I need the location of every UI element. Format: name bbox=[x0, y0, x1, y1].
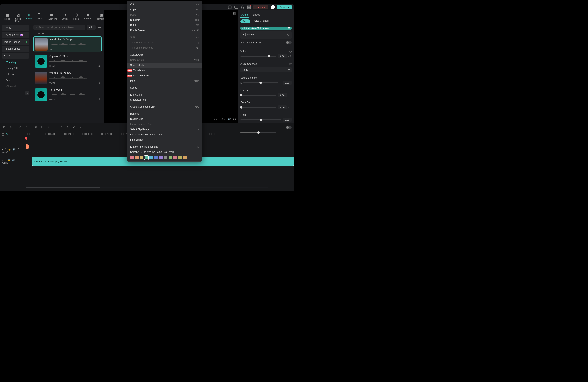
lock-icon[interactable]: 🔒 bbox=[8, 148, 11, 151]
track-item[interactable]: Introduction Of Shoppi… ▁▂▃▅▃▂▁▂▅▇▅▃▂▁▂▃… bbox=[33, 36, 102, 52]
link-icon[interactable]: ⧉ bbox=[6, 133, 8, 136]
tab-media[interactable]: ▦Media bbox=[2, 12, 12, 23]
more-button[interactable]: ••• bbox=[97, 26, 102, 29]
tab-effects[interactable]: ✦Effects bbox=[60, 12, 70, 23]
menu-ai-translation[interactable]: NEWAI Translation bbox=[127, 68, 202, 73]
menu-duplicate[interactable]: Duplicate⌘D bbox=[127, 17, 202, 22]
menu-speech-to-text[interactable]: Speech-to-Text bbox=[127, 62, 202, 68]
color-swatch[interactable] bbox=[130, 156, 134, 159]
keyframe-icon[interactable] bbox=[289, 50, 292, 53]
help-icon[interactable]: ⓘ bbox=[289, 62, 292, 66]
color-swatch[interactable] bbox=[173, 156, 177, 159]
color-swatch[interactable] bbox=[140, 156, 143, 159]
fadein-slider[interactable] bbox=[240, 95, 276, 96]
menu-find-similar[interactable]: Find Similar bbox=[127, 137, 202, 142]
download-icon[interactable]: ⬇ bbox=[98, 98, 100, 101]
auto-norm-toggle[interactable] bbox=[286, 41, 292, 44]
color-swatch[interactable] bbox=[178, 156, 182, 159]
layout-icon[interactable] bbox=[221, 5, 225, 9]
cursor-tool-icon[interactable]: ✎ bbox=[9, 125, 12, 129]
inspector-tab-audio[interactable]: Audio bbox=[240, 12, 249, 18]
handle-icon[interactable] bbox=[288, 27, 290, 29]
sidebar-ai-music[interactable]: ▸AI MusicⓘAI bbox=[1, 32, 29, 38]
volume-value[interactable]: 0.00 bbox=[278, 54, 287, 58]
mute-icon[interactable]: 🔊 bbox=[12, 159, 15, 161]
ducking-toggle[interactable] bbox=[286, 126, 292, 129]
sidebar-sub-happy[interactable]: Happy & U… bbox=[1, 65, 29, 71]
subtab-voice-changer[interactable]: Voice Changer bbox=[253, 19, 269, 23]
menu-effect-filter[interactable]: Effect&Filter▸ bbox=[127, 92, 202, 97]
sidebar-sound-effect[interactable]: ▸Sound Effect bbox=[1, 46, 29, 52]
undo-icon[interactable]: ↶ bbox=[18, 125, 22, 129]
list-view-icon[interactable]: ☰ bbox=[282, 125, 285, 129]
sidebar-sub-hiphop[interactable]: Hip Hop bbox=[1, 71, 29, 77]
menu-rename[interactable]: Rename bbox=[127, 111, 202, 116]
balance-value[interactable]: 0.00 bbox=[283, 81, 292, 85]
pitch-slider[interactable] bbox=[240, 119, 281, 120]
sidebar-tts[interactable]: Text To Speech bbox=[1, 39, 29, 45]
grid-icon[interactable] bbox=[247, 5, 251, 9]
keyframe-icon[interactable] bbox=[287, 33, 290, 36]
lock-icon[interactable]: 🔒 bbox=[7, 159, 10, 161]
tab-filters[interactable]: ⬡Filters bbox=[71, 12, 81, 23]
channels-select[interactable]: None▾ bbox=[240, 67, 292, 72]
track-item[interactable]: ♪ Hello World ▁▂▃▅▃▂▁▂▅▇▅▃▂▁▂▃▅▃▂▁▂▅▇▅▃▂… bbox=[33, 87, 102, 102]
speed-icon[interactable]: ⟳ bbox=[66, 125, 70, 129]
color-swatch[interactable] bbox=[159, 156, 163, 159]
filter-dropdown[interactable]: All▾ bbox=[87, 25, 96, 30]
track-item[interactable]: ♪ Asphyxia-AI Music ▁▂▃▅▃▂▁▂▅▇▅▃▂▁▂▃▅▃▂▁… bbox=[33, 54, 102, 69]
balance-slider[interactable] bbox=[243, 82, 278, 83]
more-tools-icon[interactable]: » bbox=[79, 125, 83, 129]
mute-icon[interactable]: 🔊 bbox=[13, 148, 16, 151]
text-tool-icon[interactable]: T bbox=[53, 125, 57, 129]
color-swatch[interactable] bbox=[164, 156, 168, 159]
menu-disable-clip[interactable]: Disable ClipE bbox=[127, 116, 202, 122]
fadein-value[interactable]: 0.00 bbox=[278, 93, 287, 97]
audio-edit-icon[interactable]: ♪ bbox=[47, 125, 50, 129]
menu-locate[interactable]: Locate in the Resource Panel bbox=[127, 132, 202, 137]
menu-ai-vocal[interactable]: NEWAI Vocal Remover bbox=[127, 73, 202, 78]
fadeout-slider[interactable] bbox=[240, 107, 276, 108]
tab-audio[interactable]: ♫Audio bbox=[24, 12, 34, 23]
tab-stickers[interactable]: ☻Stickers bbox=[82, 12, 94, 23]
tab-transitions[interactable]: ⇆Transitions bbox=[44, 12, 59, 23]
subtab-basic[interactable]: Basic bbox=[240, 19, 250, 23]
track-item[interactable]: Walking On The City ▁▂▃▅▃▂▁▂▅▇▅▃▂▁▂▃▅▃▂▁… bbox=[33, 70, 102, 86]
delete-icon[interactable]: 🗑 bbox=[34, 125, 38, 129]
layers-icon[interactable]: ▤ bbox=[1, 133, 4, 136]
download-icon[interactable]: ⬇ bbox=[98, 81, 100, 84]
color-swatch[interactable] bbox=[135, 156, 139, 159]
sidebar-mine[interactable]: ▸Mine bbox=[1, 25, 29, 31]
menu-speed[interactable]: Speed▸ bbox=[127, 85, 202, 90]
color-swatch[interactable] bbox=[145, 156, 148, 159]
sidebar-music[interactable]: ▾Music bbox=[1, 53, 29, 58]
horizontal-scrollbar[interactable] bbox=[26, 187, 268, 188]
collapse-sidebar-button[interactable]: ‹ bbox=[25, 91, 29, 95]
menu-smart-edit[interactable]: Smart Edit Tool▸ bbox=[127, 97, 202, 102]
purchase-button[interactable]: Purchase bbox=[253, 5, 268, 9]
menu-copy[interactable]: Copy⌘C bbox=[127, 7, 202, 12]
sidebar-sub-vlog[interactable]: Vlog bbox=[1, 77, 29, 83]
image-icon[interactable]: 🖼 bbox=[233, 12, 236, 15]
menu-cut[interactable]: Cut⌘X bbox=[127, 2, 202, 7]
pitch-value[interactable]: 0.00 bbox=[283, 118, 292, 122]
avatar[interactable] bbox=[271, 5, 275, 9]
menu-select-color[interactable]: Select All Clips with the Same Color Mar… bbox=[127, 150, 202, 155]
fullscreen-icon[interactable]: ⛶ bbox=[233, 118, 236, 120]
search-input[interactable]: ⌕Search mood, genre or any keyword bbox=[33, 25, 85, 30]
playhead[interactable] bbox=[26, 137, 26, 191]
color-swatch[interactable] bbox=[154, 156, 158, 159]
color-swatch[interactable] bbox=[183, 156, 187, 159]
cut-icon[interactable]: ✂ bbox=[41, 125, 44, 129]
menu-select-range[interactable]: Select Clip RangeX bbox=[127, 127, 202, 132]
volume-icon[interactable]: 🔊 bbox=[228, 118, 231, 120]
volume-slider[interactable] bbox=[240, 56, 276, 57]
tab-titles[interactable]: TTitles bbox=[34, 12, 43, 23]
menu-delete[interactable]: Delete⌫ bbox=[127, 22, 202, 28]
save-icon[interactable] bbox=[228, 5, 232, 9]
menu-adjust-audio[interactable]: Adjust Audio bbox=[127, 52, 202, 57]
grid-tool-icon[interactable]: ⊞ bbox=[2, 125, 6, 129]
eye-icon[interactable]: 👁 bbox=[17, 148, 20, 151]
cloud-icon[interactable] bbox=[234, 5, 238, 9]
color-icon[interactable]: ◐ bbox=[72, 125, 76, 129]
